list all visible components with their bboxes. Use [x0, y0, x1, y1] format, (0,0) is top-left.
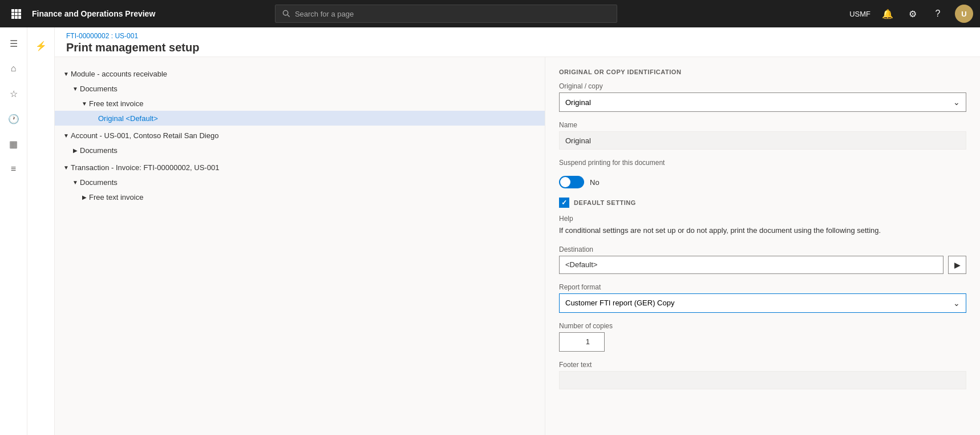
sidebar-recent[interactable]: 🕐	[2, 107, 25, 130]
top-nav: Finance and Operations Preview USMF 🔔 ⚙ …	[0, 0, 980, 27]
tree-label-transaction: Transaction - Invoice: FTI-00000002, US-…	[71, 163, 219, 172]
tree-item-module[interactable]: ▼ Module - accounts receivable	[55, 66, 545, 81]
svg-rect-6	[11, 16, 14, 19]
sidebar-favorites[interactable]: ☆	[2, 82, 25, 105]
name-field: Name Original	[559, 121, 966, 150]
suspend-value: No	[590, 178, 600, 187]
tree-item-free-text-2[interactable]: ▶ Free text invoice	[55, 190, 545, 204]
filter-bar: ⚡	[27, 27, 55, 435]
svg-rect-1	[15, 9, 18, 12]
suspend-toggle[interactable]	[559, 176, 584, 188]
svg-rect-0	[11, 9, 14, 12]
sidebar-workspaces[interactable]: ▦	[2, 132, 25, 155]
tree-label-account: Account - US-001, Contoso Retail San Die…	[71, 131, 218, 140]
svg-rect-8	[18, 16, 21, 19]
suspend-toggle-row: Suspend printing for this document	[559, 159, 966, 167]
app-title: Finance and Operations Preview	[32, 9, 155, 18]
footer-label: Footer text	[559, 361, 966, 369]
filter-icon[interactable]: ⚡	[30, 34, 52, 57]
search-bar[interactable]	[275, 5, 617, 23]
notification-icon[interactable]: 🔔	[880, 6, 896, 22]
suspend-toggle-control: No	[559, 176, 966, 188]
tree-item-original-default[interactable]: Original <Default>	[55, 111, 545, 126]
search-input[interactable]	[295, 10, 610, 18]
breadcrumb[interactable]: FTI-00000002 : US-001	[66, 32, 969, 40]
svg-rect-4	[15, 13, 18, 15]
copies-input[interactable]	[560, 333, 604, 351]
destination-field: Destination <Default> ▶	[559, 245, 966, 274]
tree-label-documents-1: Documents	[80, 84, 118, 93]
report-format-label: Report format	[559, 283, 966, 291]
toggle-thumb	[560, 177, 570, 187]
footer-field: Footer text	[559, 361, 966, 389]
sidebar-modules[interactable]: ≡	[2, 158, 25, 180]
content-area: ▼ Module - accounts receivable ▼ Documen…	[55, 57, 980, 435]
chevron-transaction: ▼	[62, 163, 71, 172]
copies-field: Number of copies	[559, 322, 966, 352]
suspend-label: Suspend printing for this document	[559, 159, 665, 167]
destination-btn[interactable]: ▶	[948, 256, 966, 274]
tree-panel: ▼ Module - accounts receivable ▼ Documen…	[55, 57, 545, 435]
section1-header: ORIGINAL OR COPY IDENTIFICATION	[559, 69, 966, 75]
tree-label-module: Module - accounts receivable	[71, 70, 167, 78]
default-setting-checkbox[interactable]	[559, 198, 569, 208]
chevron-free-text: ▼	[80, 99, 89, 108]
settings-icon[interactable]: ⚙	[905, 6, 921, 22]
svg-rect-3	[11, 13, 14, 15]
app-layout: ☰ ⌂ ☆ 🕐 ▦ ≡ ⚡ FTI-00000002 : US-001 Prin…	[0, 27, 980, 435]
tree-label-documents-3: Documents	[80, 178, 118, 187]
svg-point-9	[283, 10, 287, 15]
svg-line-10	[287, 15, 290, 17]
svg-rect-5	[18, 13, 21, 15]
svg-rect-7	[15, 16, 18, 19]
tree-item-documents-1[interactable]: ▼ Documents	[55, 81, 545, 96]
report-format-select[interactable]: Customer FTI report (GER) Copy Customer …	[560, 294, 966, 312]
tree-item-documents-3[interactable]: ▼ Documents	[55, 175, 545, 190]
tree-label-original: Original <Default>	[98, 114, 158, 123]
report-format-field: Report format Customer FTI report (GER) …	[559, 283, 966, 313]
avatar[interactable]: U	[955, 5, 973, 23]
report-format-dropdown-wrapper[interactable]: Customer FTI report (GER) Copy Customer …	[559, 293, 966, 313]
search-icon	[282, 10, 290, 18]
chevron-original	[89, 114, 98, 123]
tree-item-transaction[interactable]: ▼ Transaction - Invoice: FTI-00000002, U…	[55, 160, 545, 175]
default-setting-title: DEFAULT SETTING	[574, 199, 636, 206]
tree-label-documents-2: Documents	[80, 146, 118, 155]
chevron-documents-2: ▶	[71, 146, 80, 155]
breadcrumb-bar: FTI-00000002 : US-001 Print management s…	[55, 27, 980, 57]
destination-label: Destination	[559, 245, 966, 253]
default-setting-header: DEFAULT SETTING	[559, 198, 966, 208]
copies-input-wrapper[interactable]	[559, 332, 605, 352]
right-panel: ORIGINAL OR COPY IDENTIFICATION Original…	[545, 57, 980, 435]
help-icon[interactable]: ?	[930, 6, 946, 22]
chevron-account: ▼	[62, 131, 71, 140]
left-sidebar: ☰ ⌂ ☆ 🕐 ▦ ≡	[0, 27, 27, 435]
page-title: Print management setup	[66, 41, 969, 54]
destination-row: <Default> ▶	[559, 256, 966, 274]
sidebar-home[interactable]: ⌂	[2, 57, 25, 80]
tree-item-free-text[interactable]: ▼ Free text invoice	[55, 96, 545, 111]
nav-right: USMF 🔔 ⚙ ? U	[849, 5, 973, 23]
chevron-documents-1: ▼	[71, 84, 80, 93]
original-copy-label: Original / copy	[559, 82, 966, 90]
svg-rect-2	[18, 9, 21, 12]
company-code: USMF	[849, 10, 870, 18]
apps-icon[interactable]	[7, 5, 25, 23]
chevron-free-text-2: ▶	[80, 192, 89, 202]
original-copy-select[interactable]: Original Copy	[560, 93, 966, 111]
name-label: Name	[559, 121, 966, 129]
help-field: Help If conditional settings are not set…	[559, 215, 966, 236]
destination-value: <Default>	[559, 256, 943, 274]
tree-item-account[interactable]: ▼ Account - US-001, Contoso Retail San D…	[55, 128, 545, 143]
tree-label-free-text: Free text invoice	[89, 99, 143, 108]
chevron-documents-3: ▼	[71, 178, 80, 187]
sidebar-hamburger[interactable]: ☰	[2, 32, 25, 55]
help-label: Help	[559, 215, 966, 223]
help-text: If conditional settings are not set up o…	[559, 225, 966, 236]
default-setting-section: DEFAULT SETTING Help If conditional sett…	[559, 198, 966, 389]
tree-item-documents-2[interactable]: ▶ Documents	[55, 143, 545, 158]
copies-label: Number of copies	[559, 322, 966, 330]
original-copy-dropdown-wrapper[interactable]: Original Copy	[559, 92, 966, 112]
name-value: Original	[559, 131, 966, 150]
chevron-module: ▼	[62, 69, 71, 78]
